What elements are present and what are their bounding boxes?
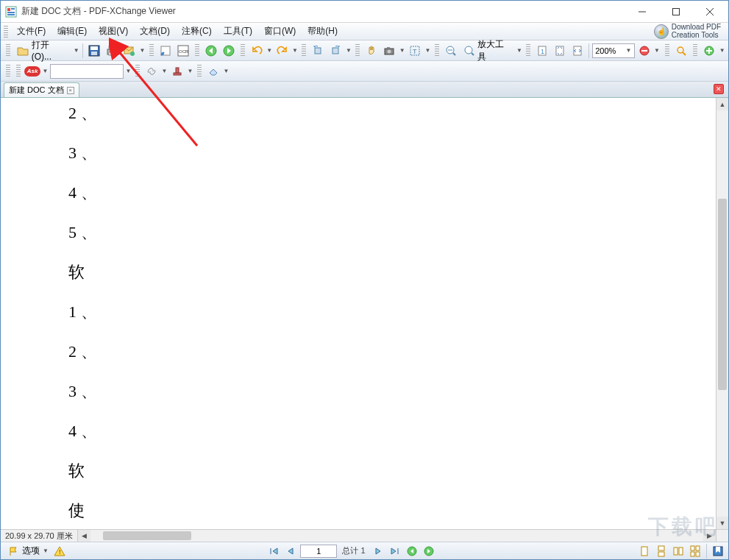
rotate-dropdown[interactable]: ▼: [345, 43, 352, 59]
zoom-out-minus-button[interactable]: [636, 43, 652, 59]
snapshot-dropdown[interactable]: ▼: [399, 43, 405, 59]
eraser-dropdown[interactable]: ▼: [223, 63, 230, 79]
zoom-minus-dropdown[interactable]: ▼: [654, 43, 661, 59]
grip-icon[interactable]: [6, 44, 10, 57]
page-number-input[interactable]: [300, 545, 337, 558]
first-page-button[interactable]: [266, 544, 281, 559]
single-page-button[interactable]: [637, 544, 652, 559]
link-tool-button[interactable]: [143, 63, 160, 79]
hscroll-thumb[interactable]: [103, 531, 191, 540]
scroll-left-icon[interactable]: ◀: [78, 530, 90, 542]
stamp-dropdown[interactable]: ▼: [187, 63, 193, 79]
stamp-tool-button[interactable]: [169, 63, 185, 79]
undo-dropdown[interactable]: ▼: [266, 43, 273, 59]
save-button[interactable]: [86, 43, 102, 59]
ocr-button[interactable]: OCR: [175, 43, 191, 59]
menu-tool[interactable]: 工具(T): [218, 24, 258, 39]
menu-comment[interactable]: 注释(C): [176, 24, 218, 39]
zoom-out-button[interactable]: [443, 43, 459, 59]
facing-continuous-button[interactable]: [688, 544, 703, 559]
zoom-in-plus-button[interactable]: [701, 43, 717, 59]
nav-back-button[interactable]: [405, 544, 419, 559]
grip-icon[interactable]: [16, 65, 21, 78]
menu-file[interactable]: 文件(F): [11, 24, 51, 39]
last-page-button[interactable]: [388, 544, 402, 559]
warning-icon[interactable]: !: [54, 546, 65, 556]
open-button[interactable]: 打开(O)...: [14, 43, 71, 59]
fit-width-button[interactable]: [569, 43, 586, 59]
rotate-ccw-button[interactable]: [310, 43, 326, 59]
zoom-combo[interactable]: 200% ▼: [592, 43, 634, 58]
bookmark-pane-button[interactable]: [711, 544, 725, 559]
menu-edit[interactable]: 编辑(E): [51, 24, 93, 39]
zoom-plus-dropdown[interactable]: ▼: [719, 43, 725, 59]
scroll-down-icon[interactable]: ▼: [716, 517, 728, 529]
continuous-button[interactable]: [654, 544, 669, 559]
grip-icon[interactable]: [149, 44, 154, 57]
back-button[interactable]: [203, 43, 219, 59]
menu-view[interactable]: 视图(V): [93, 24, 134, 39]
grip-icon[interactable]: [435, 44, 439, 57]
grip-icon[interactable]: [4, 26, 8, 38]
fit-page-button[interactable]: [552, 43, 568, 59]
hscroll-track[interactable]: [90, 530, 703, 542]
print-button[interactable]: [104, 43, 120, 59]
grip-icon[interactable]: [197, 65, 202, 78]
grip-icon[interactable]: [195, 44, 199, 57]
forward-button[interactable]: [221, 43, 237, 59]
actual-size-button[interactable]: 1: [534, 43, 550, 59]
grip-icon[interactable]: [665, 44, 669, 57]
grip-icon[interactable]: [6, 65, 10, 78]
select-dropdown[interactable]: ▼: [424, 43, 431, 59]
svg-rect-2: [11, 8, 15, 10]
grip-icon[interactable]: [135, 65, 140, 78]
scan-button[interactable]: [157, 43, 174, 59]
next-page-button[interactable]: [371, 544, 385, 559]
download-pdf-tools-button[interactable]: ☝ Download PDFCreation Tools: [650, 24, 725, 39]
zoom-tool-button[interactable]: 放大工具: [460, 43, 515, 59]
grip-icon[interactable]: [355, 44, 360, 57]
email-dropdown[interactable]: ▼: [139, 43, 146, 59]
scroll-right-icon[interactable]: ▶: [703, 530, 716, 542]
redo-button[interactable]: [274, 43, 291, 59]
search-input[interactable]: [50, 64, 124, 79]
search-dropdown[interactable]: ▼: [125, 63, 132, 79]
nav-forward-button[interactable]: [422, 544, 436, 559]
menu-help[interactable]: 帮助(H): [302, 24, 344, 39]
link-dropdown[interactable]: ▼: [161, 63, 168, 79]
close-all-tabs-button[interactable]: ✕: [714, 84, 724, 94]
scroll-thumb[interactable]: [718, 199, 727, 390]
scroll-up-icon[interactable]: ▲: [716, 98, 728, 110]
redo-dropdown[interactable]: ▼: [292, 43, 299, 59]
rotate-cw-button[interactable]: [327, 43, 344, 59]
grip-icon[interactable]: [693, 44, 697, 57]
open-dropdown[interactable]: ▼: [73, 43, 79, 59]
email-button[interactable]: [121, 43, 138, 59]
prev-page-button[interactable]: [283, 544, 298, 559]
close-button[interactable]: [693, 1, 727, 22]
hand-tool-button[interactable]: [363, 43, 380, 59]
document-tab[interactable]: 新建 DOC 文档 ×: [4, 82, 79, 97]
eraser-tool-button[interactable]: [205, 63, 221, 79]
facing-button[interactable]: [671, 544, 686, 559]
minimize-button[interactable]: [625, 1, 659, 22]
menu-window[interactable]: 窗口(W): [258, 24, 302, 39]
grip-icon[interactable]: [526, 44, 530, 57]
svg-rect-27: [387, 47, 390, 49]
zoom-tool-dropdown[interactable]: ▼: [516, 43, 523, 59]
select-tool-button[interactable]: T: [407, 43, 423, 59]
find-button[interactable]: [673, 43, 689, 59]
maximize-button[interactable]: [659, 1, 693, 22]
document-page[interactable]: 2、3、4、5、软1、2、3、4、软使: [1, 98, 716, 529]
undo-button[interactable]: [249, 43, 265, 59]
grip-icon[interactable]: [241, 44, 245, 57]
menu-document[interactable]: 文档(D): [134, 24, 176, 39]
vertical-scrollbar[interactable]: ▲ ▼: [716, 98, 728, 529]
main-toolbar: 打开(O)... ▼ ▼ OCR ▼ ▼ ▼ ▼ T ▼: [1, 40, 728, 61]
ask-button[interactable]: Ask: [24, 63, 40, 79]
grip-icon[interactable]: [302, 44, 306, 57]
ask-dropdown[interactable]: ▼: [42, 63, 49, 79]
options-button[interactable]: 选项 ▼: [6, 545, 51, 557]
tab-close-icon[interactable]: ×: [67, 87, 74, 94]
snapshot-button[interactable]: [381, 43, 397, 59]
